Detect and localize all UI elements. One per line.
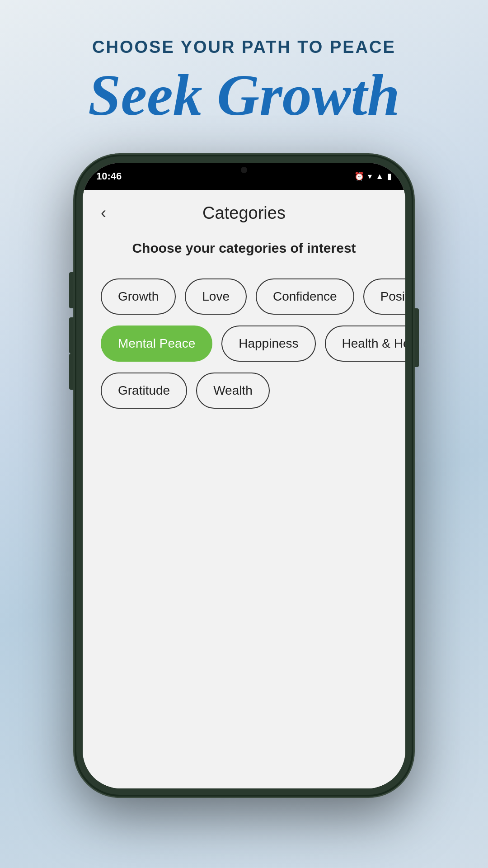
category-chip-gratitude[interactable]: Gratitude bbox=[101, 373, 187, 409]
category-row-3: Gratitude Wealth bbox=[101, 373, 387, 409]
category-chip-wealth[interactable]: Wealth bbox=[196, 373, 270, 409]
app-header: ‹ Categories bbox=[101, 203, 387, 222]
category-chip-mental-peace[interactable]: Mental Peace bbox=[101, 326, 212, 362]
camera bbox=[241, 167, 247, 173]
categories-subtitle: Choose your categories of interest bbox=[101, 241, 387, 256]
phone-screen: 10:46 ⏰ ▾ ▲ ▮ ‹ Categories Choose your c… bbox=[83, 163, 405, 788]
category-chip-positivity[interactable]: Positivity bbox=[363, 278, 405, 315]
category-chip-health-healing[interactable]: Health & Healing bbox=[325, 326, 405, 362]
category-chip-confidence[interactable]: Confidence bbox=[256, 278, 354, 315]
alarm-icon: ⏰ bbox=[354, 171, 364, 181]
wifi-icon: ▾ bbox=[368, 171, 372, 181]
back-button[interactable]: ‹ bbox=[101, 203, 106, 222]
phone-frame: 10:46 ⏰ ▾ ▲ ▮ ‹ Categories Choose your c… bbox=[75, 155, 413, 797]
categories-grid: Growth Love Confidence Positivity Mental… bbox=[101, 278, 387, 409]
page-main-title: Seek Growth bbox=[88, 63, 400, 127]
app-title: Categories bbox=[202, 203, 286, 223]
app-content: ‹ Categories Choose your categories of i… bbox=[83, 190, 405, 788]
status-icons: ⏰ ▾ ▲ ▮ bbox=[354, 171, 392, 181]
category-row-2: Mental Peace Happiness Health & Healing bbox=[101, 326, 387, 362]
category-chip-happiness[interactable]: Happiness bbox=[221, 326, 315, 362]
status-time: 10:46 bbox=[96, 170, 122, 182]
category-row-1: Growth Love Confidence Positivity bbox=[101, 278, 387, 315]
page-subtitle: CHOOSE YOUR PATH TO PEACE bbox=[88, 36, 400, 58]
category-chip-growth[interactable]: Growth bbox=[101, 278, 176, 315]
status-bar: 10:46 ⏰ ▾ ▲ ▮ bbox=[83, 163, 405, 190]
phone-mockup: 10:46 ⏰ ▾ ▲ ▮ ‹ Categories Choose your c… bbox=[75, 155, 413, 797]
signal-icon: ▲ bbox=[375, 172, 384, 181]
notch bbox=[203, 163, 285, 177]
top-section: CHOOSE YOUR PATH TO PEACE Seek Growth bbox=[88, 0, 400, 146]
battery-icon: ▮ bbox=[387, 171, 392, 181]
category-chip-love[interactable]: Love bbox=[185, 278, 247, 315]
